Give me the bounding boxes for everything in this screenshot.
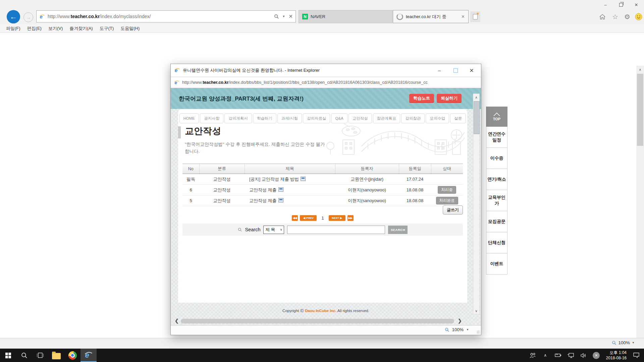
col-title: 제목 — [245, 164, 335, 174]
back-button[interactable]: ← — [7, 10, 20, 23]
ie-icon: e — [174, 80, 179, 85]
post-link[interactable]: 교안작성 제출 — [249, 187, 277, 192]
minimize-button[interactable]: – — [598, 0, 613, 9]
quick-item-group-apply[interactable]: 단체신청 — [486, 232, 507, 253]
taskbar-search-icon[interactable] — [16, 349, 32, 362]
next-page-button[interactable]: NEXT▶ — [329, 215, 345, 221]
scrollbar-thumb[interactable] — [181, 319, 454, 323]
settings-gear-icon[interactable]: ⚙ — [623, 12, 632, 21]
col-author: 등록자 — [335, 164, 399, 174]
search-icon[interactable] — [274, 14, 279, 19]
task-view-icon[interactable] — [32, 349, 48, 362]
new-tab-button[interactable] — [470, 11, 480, 22]
popup-body: 한국어교원 양성과정_PART3(세 번째, 교원자격!) 학습노트 퇴실하기 … — [171, 88, 481, 325]
tab-syllabus[interactable]: 강의계획서 — [224, 113, 252, 123]
tab-qna[interactable]: Q&A — [331, 113, 347, 123]
taskbar-clock[interactable]: 오후 1:04 2018-08-16 — [603, 350, 629, 361]
mute-status-icon[interactable]: ✕ — [591, 349, 602, 362]
restore-button[interactable] — [613, 0, 629, 9]
popup-horizontal-scrollbar[interactable]: ❮ ❯ — [171, 318, 481, 324]
quick-item-defer-cancel[interactable]: 연기/취소 — [486, 169, 507, 190]
favorites-star-icon[interactable]: ☆ — [610, 12, 620, 21]
scroll-top-button[interactable]: TOP — [486, 107, 507, 127]
main-scrollbar[interactable]: ∧ ∨ — [636, 66, 644, 347]
popup-address-bar[interactable]: e http://www.teacher.co.kr/index.do/bbs/… — [171, 77, 481, 88]
network-icon[interactable] — [565, 349, 577, 362]
tab-close-icon[interactable]: ✕ — [461, 14, 465, 19]
scrollbar-thumb[interactable] — [637, 74, 643, 146]
attachment-icon — [278, 187, 283, 192]
tab-lesson-plan[interactable]: 교안작성 — [348, 113, 372, 123]
write-post-button[interactable]: 글쓰기 — [443, 205, 463, 215]
company-link[interactable]: Daou InCube Inc. — [305, 309, 336, 313]
resize-grip[interactable] — [477, 330, 480, 334]
quick-item-certificate[interactable]: 이수증 — [486, 148, 507, 169]
quick-item-annual-schedule[interactable]: 연간연수 일정 — [486, 127, 507, 148]
volume-icon[interactable] — [578, 349, 589, 362]
scroll-up-icon[interactable]: ∧ — [473, 94, 479, 101]
course-title: 한국어교원 양성과정_PART3(세 번째, 교원자격!) — [179, 95, 304, 103]
exit-button[interactable]: 퇴실하기 — [437, 94, 462, 103]
popup-maximize-button[interactable] — [447, 64, 464, 77]
quick-item-moe-approval[interactable]: 교육부인가 — [486, 190, 507, 211]
menu-help[interactable]: 도움말(H) — [120, 25, 140, 32]
prev-page-button[interactable]: ◀PREV — [300, 215, 317, 221]
menu-favorites[interactable]: 즐겨찾기(A) — [69, 25, 93, 32]
search-input[interactable] — [287, 226, 385, 234]
home-icon[interactable] — [598, 12, 607, 21]
feedback-smiley-icon[interactable] — [634, 12, 643, 21]
zoom-control[interactable]: 100% ▼ — [612, 340, 635, 345]
action-center-icon[interactable] — [631, 349, 642, 362]
popup-title-bar[interactable]: e 유니텔연수원 사이버강의실에 오신것을 환영합니다. - Internet … — [171, 64, 481, 77]
address-bar[interactable]: e http://www.teacher.co.kr/index.do/mycl… — [36, 10, 296, 22]
status-badge: 처리완료 — [436, 197, 458, 204]
maximize-icon — [453, 68, 458, 73]
tab-learning[interactable]: 학습하기 — [253, 113, 276, 123]
popup-minimize-button[interactable]: – — [431, 64, 447, 77]
tab-teacher-active[interactable]: teacher.co.kr 대기 중 ✕ — [393, 10, 469, 23]
tray-expand-icon[interactable]: ∧ — [540, 349, 551, 362]
forward-button[interactable]: → — [23, 12, 33, 22]
restore-icon — [619, 3, 623, 7]
section-title: 교안작성 — [185, 125, 221, 137]
search-field-select[interactable]: 제 목∨ — [263, 226, 284, 234]
file-explorer-icon[interactable] — [48, 349, 64, 362]
search-button[interactable]: SEARCH — [388, 226, 408, 234]
menu-tools[interactable]: 도구(T) — [100, 25, 114, 32]
start-button[interactable] — [0, 349, 16, 362]
autocomplete-dropdown-icon[interactable]: ▼ — [282, 15, 285, 18]
popup-zoom-control[interactable]: 100% ▼ — [445, 327, 469, 332]
popup-close-button[interactable]: ✕ — [464, 64, 480, 77]
menu-edit[interactable]: 편집(E) — [27, 25, 42, 32]
tab-assignment[interactable]: 과제/시험 — [277, 113, 302, 123]
tab-observation[interactable]: 강의참관 — [401, 113, 425, 123]
post-link[interactable]: 교안작성 제출 — [249, 198, 277, 203]
first-page-button[interactable]: ◀◀ — [292, 215, 298, 221]
people-icon[interactable] — [527, 349, 538, 362]
table-header-row: No 분류 제목 등록자 등록일 상태 — [182, 164, 463, 174]
popup-vertical-scrollbar[interactable]: ∧ ∨ — [473, 94, 480, 314]
tab-survey[interactable]: 설문 — [450, 113, 466, 123]
tab-notice[interactable]: 공지사항 — [200, 113, 223, 123]
tab-home[interactable]: HOME — [179, 113, 199, 123]
menu-file[interactable]: 파일(F) — [6, 25, 20, 32]
quick-item-recruit-doc[interactable]: 모집공문 — [486, 211, 507, 232]
chrome-icon[interactable] — [64, 349, 80, 362]
menu-view[interactable]: 보기(V) — [48, 25, 63, 32]
tab-naver[interactable]: N NAVER — [299, 10, 392, 23]
study-note-button[interactable]: 학습노트 — [409, 94, 434, 103]
internet-explorer-icon[interactable]: e — [80, 349, 97, 362]
scroll-down-icon[interactable]: ∨ — [473, 307, 479, 314]
scroll-up-icon[interactable]: ∧ — [636, 66, 644, 73]
scrollbar-thumb[interactable] — [474, 101, 480, 134]
stop-icon[interactable]: ✕ — [288, 13, 293, 19]
quick-item-event[interactable]: 이벤트 — [486, 253, 507, 275]
tab-mock-class[interactable]: 모의수업 — [426, 113, 449, 123]
tab-observation-plan[interactable]: 참관계획표 — [373, 113, 400, 123]
post-link[interactable]: [공지] 교안작성 제출 방법 — [249, 177, 299, 182]
scroll-left-icon[interactable]: ❮ — [175, 318, 179, 323]
tab-materials[interactable]: 강의자료실 — [303, 113, 330, 123]
close-button[interactable]: ✕ — [629, 0, 644, 9]
last-page-button[interactable]: ▶▶ — [347, 215, 354, 221]
scroll-right-icon[interactable]: ❯ — [458, 318, 462, 323]
